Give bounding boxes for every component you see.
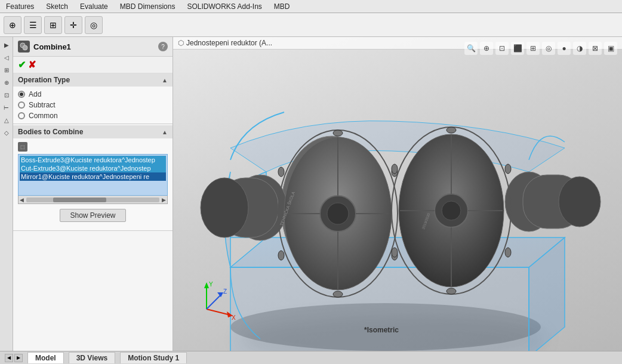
left-icon-5[interactable]: ⊡	[1, 90, 12, 100]
svg-point-10	[201, 178, 248, 237]
svg-text:Z: Z	[223, 288, 227, 295]
menu-mbd-dimensions[interactable]: MBD Dimensions	[114, 1, 181, 12]
model-area: TEHNIČKA ŠKOLA 2019/2020 Y X	[173, 52, 622, 351]
view-label: *Isometric	[364, 326, 399, 334]
toolbar-btn-3[interactable]: ⊞	[44, 16, 62, 34]
left-icon-2[interactable]: ◁	[1, 52, 12, 63]
status-nav: ◀ ▶	[5, 354, 23, 362]
menu-sketch[interactable]: Sketch	[40, 1, 74, 12]
show-preview-button[interactable]: Show Preview	[60, 209, 125, 222]
model-3d-svg: TEHNIČKA ŠKOLA 2019/2020 Y X	[183, 53, 612, 351]
svg-point-18	[278, 167, 284, 177]
radio-common-circle	[18, 112, 25, 119]
bodies-icon: ⬚	[18, 142, 27, 152]
radio-subtract-circle	[18, 101, 25, 109]
menu-bar: Features Sketch Evaluate MBD Dimensions …	[0, 0, 622, 13]
svg-text:X: X	[232, 314, 236, 321]
tab-model[interactable]: Model	[27, 352, 64, 363]
part-icon: ⬡	[178, 39, 184, 47]
panel-content: Combine1 ? ✔ ✘ Operation Type ▲	[13, 37, 173, 351]
svg-point-26	[392, 164, 398, 174]
cancel-button[interactable]: ✘	[28, 59, 36, 70]
svg-line-47	[207, 309, 230, 315]
left-panel: ▶ ◁ ⊞ ⊕ ⊡ ⊢ △ ◇ Combine1	[0, 37, 173, 351]
toolbar-btn-4[interactable]: ✛	[64, 16, 82, 34]
toolbar-btn-1[interactable]: ⊕	[4, 16, 21, 34]
viewport: ⬡ Jednostepeni reduktor (A... 🔍 ⊕ ⊡ ⬛ ⊞ …	[173, 37, 622, 351]
svg-point-20	[278, 251, 284, 260]
tab-3d-views[interactable]: 3D Views	[69, 352, 115, 363]
scrollbar-track[interactable]	[26, 198, 159, 202]
operation-type-header[interactable]: Operation Type ▲	[13, 73, 173, 87]
left-icon-3[interactable]: ⊞	[1, 64, 12, 75]
status-bar: ◀ ▶ Model 3D Views Motion Study 1	[0, 351, 622, 364]
radio-add-circle	[18, 91, 25, 98]
combine-icon	[18, 41, 30, 53]
svg-point-17	[333, 291, 343, 297]
tab-motion-study[interactable]: Motion Study 1	[120, 352, 187, 363]
help-button[interactable]: ?	[158, 42, 168, 51]
radio-subtract-label: Subtract	[29, 101, 56, 109]
radio-group: Add Subtract Common	[18, 90, 168, 120]
ok-button[interactable]: ✔	[18, 59, 26, 70]
toolbar-btn-2[interactable]: ☰	[24, 16, 42, 34]
scrollbar-area: ◀ ▶	[18, 196, 168, 204]
menu-evaluate[interactable]: Evaluate	[74, 1, 114, 12]
bodies-to-combine-body: ⬚ Boss-Extrude3@Kuciste reduktora^Jednos…	[13, 138, 173, 230]
svg-line-50	[207, 294, 221, 309]
svg-point-13	[559, 177, 601, 227]
operation-type-chevron: ▲	[162, 77, 168, 84]
scroll-right[interactable]: ▶	[162, 197, 166, 203]
svg-point-24	[447, 127, 456, 133]
left-icon-strip: ▶ ◁ ⊞ ⊕ ⊡ ⊢ △ ◇	[0, 37, 13, 351]
svg-point-31	[327, 203, 349, 224]
menu-mbd[interactable]: MBD	[268, 1, 296, 12]
svg-text:Y: Y	[209, 281, 213, 288]
svg-point-29	[505, 248, 511, 257]
svg-point-33	[442, 201, 461, 220]
radio-subtract[interactable]: Subtract	[18, 101, 168, 109]
bodies-header-row: ⬚	[18, 142, 168, 152]
radio-common[interactable]: Common	[18, 112, 168, 120]
left-icon-6[interactable]: ⊢	[1, 102, 12, 113]
svg-point-25	[447, 288, 456, 294]
bodies-to-combine-title: Bodies to Combine	[18, 128, 83, 136]
bodies-to-combine-section: Bodies to Combine ▲ ⬚ Boss-Extrude3@Kuci…	[13, 125, 173, 231]
list-item-0[interactable]: Boss-Extrude3@Kuciste reduktora^Jednoste…	[20, 156, 166, 164]
viewport-title: Jednostepeni reduktor (A...	[186, 39, 272, 47]
left-icon-1[interactable]: ▶	[1, 39, 12, 50]
left-icon-8[interactable]: ◇	[1, 127, 12, 138]
bodies-to-combine-header[interactable]: Bodies to Combine ▲	[13, 125, 173, 138]
status-nav-right[interactable]: ▶	[14, 354, 23, 362]
left-icon-4[interactable]: ⊕	[1, 77, 12, 88]
action-buttons: ✔ ✘	[13, 57, 173, 73]
operation-type-body: Add Subtract Common	[13, 87, 173, 124]
panel-title: Combine1	[33, 42, 71, 51]
scroll-left[interactable]: ◀	[20, 197, 24, 203]
bodies-to-combine-chevron: ▲	[162, 129, 168, 135]
list-item-2[interactable]: Mirror1@Kuciste reduktora^Jednostepeni r…	[20, 172, 166, 181]
svg-point-16	[333, 130, 343, 136]
operation-type-section: Operation Type ▲ Add Subtract	[13, 73, 173, 124]
operation-type-title: Operation Type	[18, 76, 70, 84]
left-icon-7[interactable]: △	[1, 115, 12, 125]
toolbar-btn-5[interactable]: ◎	[85, 16, 103, 34]
scrollbar-thumb[interactable]	[53, 198, 106, 202]
svg-marker-51	[217, 292, 223, 297]
status-nav-left[interactable]: ◀	[5, 354, 13, 362]
svg-marker-45	[204, 282, 209, 288]
menu-features[interactable]: Features	[0, 1, 40, 12]
radio-add-label: Add	[29, 90, 41, 98]
svg-point-1	[23, 45, 27, 50]
svg-point-27	[505, 164, 511, 174]
svg-point-28	[392, 248, 398, 257]
bodies-listbox[interactable]: Boss-Extrude3@Kuciste reduktora^Jednoste…	[18, 154, 168, 196]
list-item-1[interactable]: Cut-Extrude3@Kuciste reduktora^Jednostep	[20, 164, 166, 172]
radio-add[interactable]: Add	[18, 90, 168, 98]
radio-common-label: Common	[29, 112, 58, 120]
menu-solidworks-addins[interactable]: SOLIDWORKS Add-Ins	[181, 1, 267, 12]
main-layout: ▶ ◁ ⊞ ⊕ ⊡ ⊢ △ ◇ Combine1	[0, 37, 622, 351]
toolbar: ⊕ ☰ ⊞ ✛ ◎	[0, 13, 622, 37]
panel-header: Combine1 ?	[13, 37, 173, 57]
